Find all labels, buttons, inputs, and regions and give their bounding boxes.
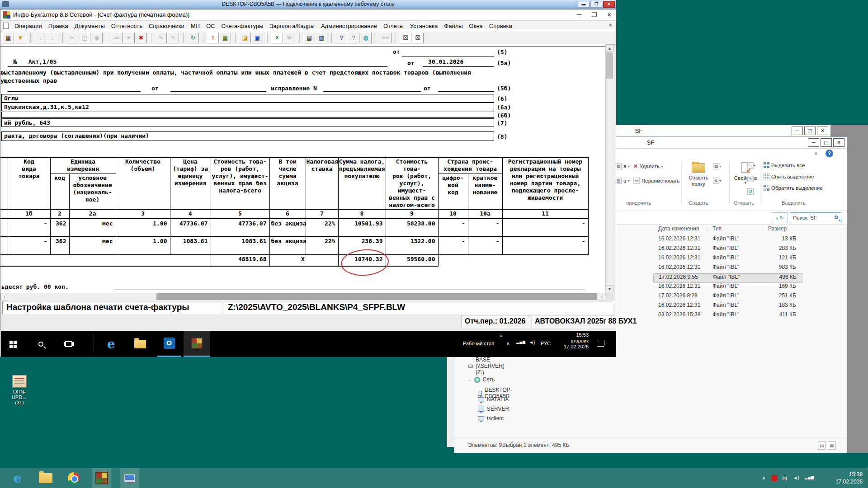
column-header-type[interactable]: Тип (712, 225, 722, 232)
about-icon[interactable]: ◍ (360, 33, 372, 43)
checkbox-x2-icon[interactable]: ☒ (412, 33, 424, 43)
new-item-button[interactable]: ▤▾ (713, 163, 721, 169)
scroll-right-icon[interactable]: › (598, 293, 605, 300)
horizontal-scrollbar[interactable]: ‹ › (0, 293, 605, 300)
host-taskbar-explorer[interactable] (36, 468, 55, 488)
merge-icon[interactable]: ◫ (79, 33, 90, 43)
add-icon[interactable]: + (123, 33, 135, 43)
select-all-button[interactable]: Выделить все (764, 162, 805, 168)
journal-toggle-icon[interactable]: ЖУР (380, 33, 392, 43)
scroll-left-icon[interactable]: ‹ (0, 293, 8, 300)
menu-item-11[interactable]: Отчеты (380, 22, 407, 30)
host-taskbar-infobuh[interactable] (92, 468, 111, 488)
menu-item-5[interactable]: Справочники (146, 22, 188, 30)
select-none-button[interactable]: Снять выделение (764, 174, 814, 179)
file-row-4[interactable]: 16.02.2026 12:31Файл "IBL"983 КБ (653, 264, 802, 273)
taskbar-clock[interactable]: 15:53 вторник 17.02.2026 (556, 332, 589, 350)
save-icon[interactable]: ▣ (251, 33, 263, 43)
file-row-5[interactable]: 17.02.2026 9:55Файл "IBL"496 КБ (653, 273, 802, 283)
close-button[interactable]: ✕ (833, 138, 844, 147)
rename-button[interactable]: ▭ Переименовать (633, 178, 679, 184)
edit-button[interactable]: ✎ (747, 176, 754, 182)
scroll-down-icon[interactable]: ▼ (606, 285, 613, 292)
desktop-toolbar-label[interactable]: Рабочий стол (463, 341, 494, 346)
minimize-button[interactable]: ─ (792, 127, 803, 135)
tree-item-server[interactable]: SERVER (478, 406, 509, 412)
menu-item-10[interactable]: Администрирование (318, 22, 380, 30)
cut-icon[interactable]: ✂ (66, 33, 78, 43)
column-header-date[interactable]: Дата изменения (658, 225, 699, 232)
taskbar-edge[interactable]: e (99, 331, 123, 357)
journal-icon[interactable]: 1 (207, 33, 219, 43)
pen2-icon[interactable]: ✎ (167, 33, 179, 43)
tray-expand-icon[interactable]: ∧ (506, 341, 510, 347)
language-indicator[interactable]: РУС (541, 341, 551, 346)
help-icon[interactable]: ? (826, 150, 833, 157)
context-help-icon[interactable]: ? (348, 33, 359, 43)
volume-icon[interactable]: ◄) (529, 340, 535, 345)
hand-icon[interactable]: ◉ (91, 33, 103, 43)
open-icon[interactable]: ◪ (239, 33, 251, 43)
network-icon[interactable]: ▂▄▆ (516, 340, 526, 344)
scrollbar-thumb[interactable] (606, 52, 613, 79)
host-taskbar-chrome[interactable] (64, 468, 83, 488)
task-view-button[interactable] (57, 331, 80, 357)
menu-item-8[interactable]: Счета-фактуры (218, 22, 266, 30)
excel-icon[interactable]: X (271, 33, 283, 43)
desktop-icon-orn-upd[interactable]: ORN-UPD… (31) (5, 375, 33, 405)
menu-item-4[interactable]: Отчетность (108, 22, 146, 30)
table-view-icon[interactable]: ▦ (2, 33, 14, 43)
move-to-button[interactable]: ▤ в▾ (615, 163, 630, 169)
rdp-close-button[interactable]: ✕ (603, 1, 615, 8)
sort-descending-icon[interactable]: ↕ (47, 33, 58, 43)
host-taskbar-ie[interactable]: e (8, 468, 27, 488)
menu-item-1[interactable]: Операции (11, 22, 45, 30)
open-button[interactable]: →▾ (747, 162, 755, 169)
taskbar-infobuh[interactable] (184, 331, 210, 357)
minimize-button[interactable]: ─ (808, 138, 819, 147)
scroll-up-icon[interactable]: ▲ (606, 44, 613, 52)
delete-icon[interactable]: ✖ (135, 33, 147, 43)
menu-item-9[interactable]: Зарплата/Кадры (266, 22, 318, 30)
print-preview-icon[interactable]: ▥ (316, 33, 327, 43)
file-row-6[interactable]: 16.02.2026 12:31Файл "IBL"169 КБ (653, 283, 802, 292)
network-icon[interactable]: ▂▄▆ (805, 475, 814, 479)
mdi-close-icon[interactable]: × (609, 22, 612, 28)
file-row-8[interactable]: 16.02.2026 12:31Файл "IBL"183 КБ (653, 302, 802, 311)
menu-item-3[interactable]: Документы (71, 22, 108, 30)
rdp-connection-bar[interactable]: DESKTOP-CBO5A5B — Подключение к удаленно… (0, 0, 616, 9)
restore-button[interactable]: ▢ (804, 127, 816, 135)
checkbox-x1-icon[interactable]: ☒ (400, 33, 411, 43)
vertical-scrollbar[interactable]: ▲ ▼ (605, 44, 613, 293)
pen-icon[interactable]: ✎ (155, 33, 167, 43)
start-button[interactable] (1, 331, 24, 357)
minimize-button[interactable]: ─ (577, 11, 581, 19)
tree-item-base-drive[interactable]: BASE (\\SERVER) (Z:) (468, 357, 507, 375)
file-row-3[interactable]: 16.02.2026 12:31Файл "IBL"121 КБ (653, 254, 802, 264)
host-clock[interactable]: 15:39 17.02.2026 (826, 471, 863, 485)
calculator-icon[interactable]: ▦ (219, 33, 231, 43)
host-taskbar-rdp[interactable] (120, 468, 139, 488)
rdp-minimize-button[interactable]: ▬ (578, 1, 590, 8)
history-button[interactable]: ↺ (747, 188, 754, 195)
keyboard-icon[interactable]: ▤ (782, 474, 787, 481)
word-icon[interactable]: W (283, 33, 295, 43)
tree-item-tsclient[interactable]: tsclient (478, 415, 504, 422)
menu-item-13[interactable]: Файлы (441, 22, 466, 30)
tray-expand-icon[interactable]: ∧ (762, 475, 765, 480)
mdi-document-icon[interactable] (3, 23, 9, 29)
icons-view-icon[interactable]: ▦ (828, 441, 836, 450)
sort-ascending-icon[interactable]: ↓ (34, 33, 46, 43)
menu-item-2[interactable]: Правка (45, 22, 71, 30)
menu-item-6[interactable]: МН (188, 22, 203, 30)
menu-item-12[interactable]: Установка (407, 22, 441, 30)
menu-item-7[interactable]: ОС (203, 22, 218, 30)
tree-item-network[interactable]: ⌄ Сеть (468, 376, 495, 383)
file-row-7[interactable]: 17.02.2026 8:28Файл "IBL"251 КБ (653, 292, 802, 302)
search-button[interactable] (29, 331, 52, 357)
help-icon[interactable]: ? (335, 33, 347, 43)
file-row-1[interactable]: 16.02.2026 12:31Файл "IBL"13 КБ (653, 235, 802, 245)
refresh-button[interactable]: ∨ ↻ (772, 212, 788, 223)
file-row-2[interactable]: 16.02.2026 12:31Файл "IBL"283 КБ (653, 245, 802, 254)
close-button[interactable]: ✕ (817, 127, 828, 135)
